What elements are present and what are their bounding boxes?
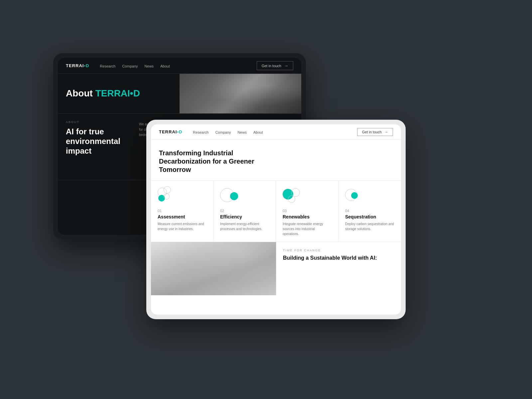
card-4-circles bbox=[345, 186, 394, 205]
dark-about-left: ABOUT AI for true environmental impact bbox=[66, 120, 132, 173]
white-nav-company[interactable]: Company bbox=[215, 130, 231, 134]
card-4-desc: Deploy carbon sequestration and storage … bbox=[345, 221, 394, 231]
circle-4b bbox=[351, 192, 358, 199]
white-bottom-label: TIME FOR CHANGE bbox=[283, 249, 394, 252]
white-cards: 01 Assessment Measure current emissions … bbox=[151, 181, 401, 242]
white-nav-links: Research Company News About bbox=[193, 129, 263, 135]
white-bottom: TIME FOR CHANGE Building a Sustainable W… bbox=[151, 242, 401, 295]
white-nav-about[interactable]: About bbox=[253, 130, 263, 134]
dark-cta-arrow-icon: → bbox=[284, 63, 288, 68]
card-1-number: 01 bbox=[158, 209, 206, 213]
card-1-desc: Measure current emissions and energy use… bbox=[158, 221, 206, 231]
card-2-desc: Implement energy-efficient processes and… bbox=[220, 221, 269, 231]
white-bottom-text: TIME FOR CHANGE Building a Sustainable W… bbox=[276, 242, 401, 295]
card-2-number: 02 bbox=[220, 209, 269, 213]
dark-get-in-touch-button[interactable]: Get in touch → bbox=[257, 61, 293, 70]
card-4-number: 04 bbox=[345, 209, 394, 213]
dark-hero-image bbox=[180, 74, 301, 113]
circle-2b bbox=[230, 192, 238, 200]
dark-hero: About TERRAI•D bbox=[58, 74, 301, 114]
white-bottom-image bbox=[151, 242, 276, 295]
white-logo: TERRAI•D bbox=[159, 129, 182, 134]
card-4-title: Sequestration bbox=[345, 214, 394, 219]
white-bottom-image-fill bbox=[151, 242, 276, 295]
white-tablet: TERRAI•D Research Company News About Get… bbox=[146, 120, 406, 319]
card-3-desc: Integrate renewable energy sources into … bbox=[283, 221, 332, 236]
dark-nav-about[interactable]: About bbox=[160, 64, 170, 68]
dark-hero-title: About TERRAI•D bbox=[66, 88, 140, 99]
white-nav-research[interactable]: Research bbox=[193, 130, 208, 134]
circle-1b bbox=[164, 186, 171, 194]
circle-3c bbox=[288, 196, 295, 203]
card-efficiency: 02 Efficiency Implement energy-efficient… bbox=[213, 181, 276, 242]
circle-1d bbox=[164, 194, 170, 200]
dark-hero-text: About TERRAI•D bbox=[58, 74, 180, 113]
white-get-in-touch-button[interactable]: Get in touch → bbox=[357, 128, 393, 136]
card-renewables: 03 Renewables Integrate renewable energy… bbox=[276, 181, 338, 242]
white-tablet-screen: TERRAI•D Research Company News About Get… bbox=[151, 124, 401, 315]
card-2-circles bbox=[220, 186, 269, 205]
card-1-circles bbox=[158, 186, 206, 205]
card-3-circles bbox=[283, 186, 332, 205]
white-nav-news[interactable]: News bbox=[238, 130, 247, 134]
white-cta-arrow-icon: → bbox=[384, 130, 388, 134]
card-1-title: Assessment bbox=[158, 214, 206, 219]
dark-nav-links: Research Company News About bbox=[100, 63, 170, 69]
scene: TERRAI•D Research Company News About Get… bbox=[33, 33, 499, 366]
white-nav: TERRAI•D Research Company News About Get… bbox=[151, 124, 401, 140]
white-hero: Transforming Industrial Decarbonization … bbox=[151, 140, 401, 181]
dark-about-heading: AI for true environmental impact bbox=[66, 127, 132, 156]
white-hero-title: Transforming Industrial Decarbonization … bbox=[159, 149, 265, 174]
card-sequestration: 04 Sequestration Deploy carbon sequestra… bbox=[338, 181, 401, 242]
card-assessment: 01 Assessment Measure current emissions … bbox=[151, 181, 213, 242]
dark-nav: TERRAI•D Research Company News About Get… bbox=[58, 58, 301, 74]
white-bottom-title: Building a Sustainable World with AI: bbox=[283, 255, 394, 261]
dark-nav-research[interactable]: Research bbox=[100, 64, 115, 68]
dark-about-label: ABOUT bbox=[66, 120, 132, 124]
dark-logo: TERRAI•D bbox=[66, 63, 89, 68]
dark-nav-news[interactable]: News bbox=[145, 64, 154, 68]
dark-nav-company[interactable]: Company bbox=[122, 64, 138, 68]
card-3-title: Renewables bbox=[283, 214, 332, 219]
card-2-title: Efficiency bbox=[220, 214, 269, 219]
dark-hero-image-overlay bbox=[180, 74, 301, 113]
card-3-number: 03 bbox=[283, 209, 332, 213]
